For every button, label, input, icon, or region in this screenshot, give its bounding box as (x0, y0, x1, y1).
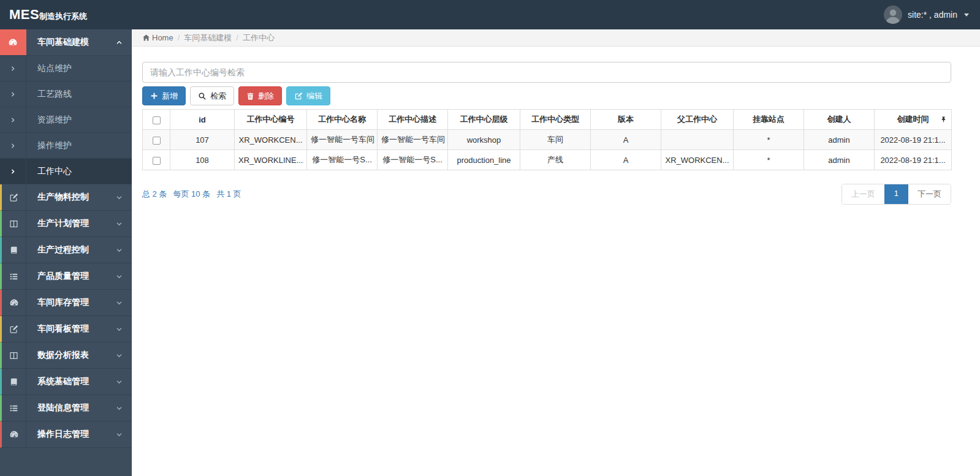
sidebar-subitem-resource-maintenance[interactable]: 资源维护 (0, 107, 132, 133)
cell-desc: 修一智能一号车间 (378, 130, 448, 150)
cell-parent (661, 130, 734, 150)
cell-station: * (734, 150, 804, 170)
edit-icon (294, 92, 303, 100)
row-checkbox[interactable] (153, 137, 161, 145)
person-photo-placeholder (884, 6, 902, 24)
sidebar-subitem-process-route[interactable]: 工艺路线 (0, 81, 132, 107)
sidebar-item-login-info-management[interactable]: 登陆信息管理 (0, 395, 132, 421)
col-header-created: 创建时间 (875, 110, 952, 130)
search-icon (198, 92, 207, 100)
home-icon (142, 34, 150, 42)
book-icon (2, 369, 26, 395)
sidebar-subitem-label: 资源维护 (26, 107, 132, 132)
cell-level: workshop (448, 130, 520, 150)
sidebar-item-label: 生产物料控制 (26, 184, 116, 210)
breadcrumb: Home / 车间基础建模 / 工作中心 (132, 29, 980, 47)
logo-text-suffix: 制造执行系统 (39, 11, 87, 22)
toolbar: 新增 检索 删除 编辑 (142, 86, 980, 105)
col-header-version: 版本 (591, 110, 661, 130)
pagination-controls: 上一页 1 下一页 (841, 184, 951, 205)
next-page-button[interactable]: 下一页 (908, 184, 951, 204)
sidebar-item-quality-management[interactable]: 产品质量管理 (0, 263, 132, 290)
list-icon (2, 395, 26, 421)
sidebar-item-kanban-management[interactable]: 车间看板管理 (0, 316, 132, 342)
chevron-down-icon (116, 421, 132, 447)
pencil-icon (2, 316, 26, 342)
tachometer-icon (2, 421, 26, 447)
work-center-search-input[interactable] (142, 62, 951, 83)
col-header-creator: 创建人 (804, 110, 875, 130)
select-all-checkbox[interactable] (153, 116, 161, 124)
row-checkbox[interactable] (153, 157, 161, 165)
columns-icon (2, 211, 26, 236)
cell-type: 车间 (520, 130, 591, 150)
cell-level: production_line (448, 150, 520, 170)
logo-text-mes: MES (9, 7, 39, 23)
chevron-up-icon (116, 29, 132, 55)
top-navbar: MES制造执行系统 site:* , admin (0, 0, 980, 29)
sidebar-subitem-label: 站点维护 (26, 56, 132, 81)
tachometer-icon (2, 290, 26, 315)
table-row[interactable]: 107 XR_WORKCEN... 修一智能一号车间 修一智能一号车间 work… (143, 130, 952, 150)
cell-created: 2022-08-19 21:1... (875, 150, 952, 170)
sidebar-item-label: 车间基础建模 (26, 29, 116, 55)
pagination-row: 总 2 条 每页 10 条 共 1 页 上一页 1 下一页 (142, 184, 951, 205)
breadcrumb-home-link[interactable]: Home (142, 33, 173, 42)
sidebar-item-material-control[interactable]: 生产物料控制 (0, 184, 132, 211)
cell-parent: XR_WORKCEN... (661, 150, 734, 170)
sidebar-item-process-control[interactable]: 生产过程控制 (0, 237, 132, 263)
chevron-down-icon (116, 237, 132, 263)
sidebar-subitem-operation-maintenance[interactable]: 操作维护 (0, 133, 132, 159)
cell-name: 修一智能一号车间 (307, 130, 378, 150)
sidebar-item-label: 生产过程控制 (26, 237, 116, 263)
chevron-down-icon (116, 184, 132, 210)
cell-type: 产线 (520, 150, 591, 170)
sidebar-item-label: 生产计划管理 (26, 211, 116, 236)
breadcrumb-section[interactable]: 车间基础建模 (184, 32, 232, 43)
trash-icon (246, 92, 254, 100)
sidebar-subitem-label: 操作维护 (26, 133, 132, 158)
tachometer-icon (0, 29, 26, 55)
sidebar-item-inventory-management[interactable]: 车间库存管理 (0, 290, 132, 316)
sidebar-item-label: 数据分析报表 (26, 342, 116, 368)
breadcrumb-separator: / (236, 33, 238, 42)
sidebar-item-label: 登陆信息管理 (26, 395, 116, 421)
sidebar-item-plan-management[interactable]: 生产计划管理 (0, 211, 132, 237)
chevron-down-icon (116, 316, 132, 342)
col-header-id: id (170, 110, 235, 130)
col-header-code: 工作中心编号 (235, 110, 307, 130)
chevron-down-icon (116, 290, 132, 315)
breadcrumb-separator: / (178, 33, 180, 42)
search-button[interactable]: 检索 (190, 86, 234, 105)
chevron-down-icon (116, 263, 132, 289)
pin-icon[interactable] (940, 116, 947, 123)
table-row[interactable]: 108 XR_WORKLINE... 修一智能一号S... 修一智能一号S...… (143, 150, 952, 170)
sidebar-subitem-label: 工作中心 (26, 159, 132, 184)
sidebar-item-data-analysis-reports[interactable]: 数据分析报表 (0, 342, 132, 369)
user-dropdown[interactable]: site:* , admin (884, 6, 980, 24)
sidebar-item-operation-log-management[interactable]: 操作日志管理 (0, 421, 132, 448)
main-content: Home / 车间基础建模 / 工作中心 新增 检索 删除 编辑 (132, 29, 980, 476)
cell-code: XR_WORKLINE... (235, 150, 307, 170)
edit-button[interactable]: 编辑 (286, 86, 330, 105)
col-header-name: 工作中心名称 (307, 110, 378, 130)
sidebar-item-label: 产品质量管理 (26, 263, 116, 289)
sidebar-subitem-work-center[interactable]: 工作中心 (0, 159, 132, 184)
sidebar-item-system-management[interactable]: 系统基础管理 (0, 369, 132, 395)
columns-icon (2, 342, 26, 368)
sidebar-item-workshop-modeling[interactable]: 车间基础建模 (0, 29, 132, 56)
page-number-button[interactable]: 1 (884, 184, 908, 204)
book-icon (2, 237, 26, 263)
add-button[interactable]: 新增 (142, 86, 186, 105)
list-icon (2, 263, 26, 289)
delete-button[interactable]: 删除 (238, 86, 282, 105)
work-center-table: id 工作中心编号 工作中心名称 工作中心描述 工作中心层级 工作中心类型 版本… (142, 109, 951, 170)
table-header-row: id 工作中心编号 工作中心名称 工作中心描述 工作中心层级 工作中心类型 版本… (143, 110, 952, 130)
sidebar-item-label: 系统基础管理 (26, 369, 116, 395)
app-logo: MES制造执行系统 (0, 7, 87, 23)
prev-page-button[interactable]: 上一页 (842, 184, 884, 204)
cell-creator: admin (804, 130, 875, 150)
sidebar-subitem-site-maintenance[interactable]: 站点维护 (0, 56, 132, 81)
chevron-right-icon (0, 56, 26, 81)
cell-id: 107 (170, 130, 235, 150)
